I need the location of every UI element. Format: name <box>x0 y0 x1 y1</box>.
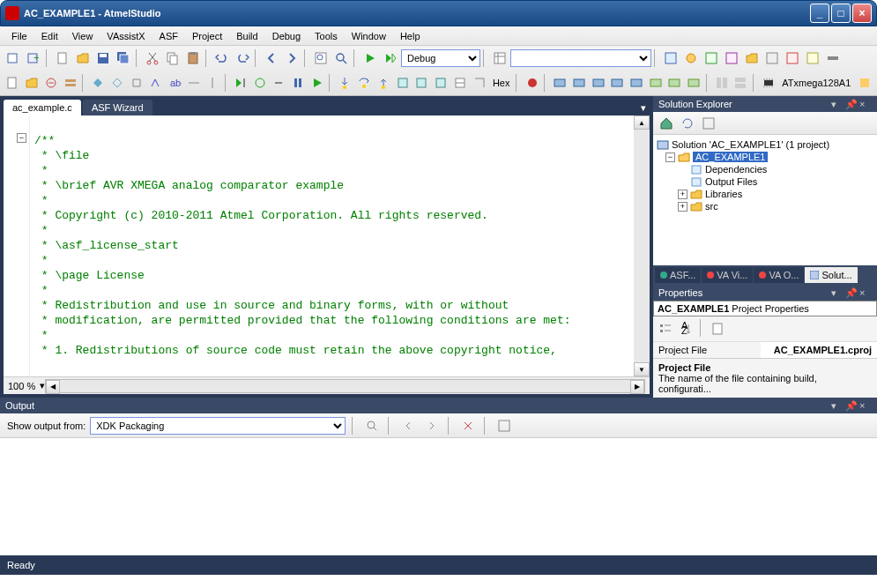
menu-edit[interactable]: Edit <box>34 28 65 44</box>
tb2-y2[interactable] <box>732 73 750 93</box>
config-dropdown[interactable]: Debug <box>401 49 480 67</box>
find-button[interactable] <box>331 48 351 68</box>
menu-project[interactable]: Project <box>185 28 229 44</box>
output-dropdown-icon[interactable]: ▾ <box>831 400 842 411</box>
tb2-a[interactable] <box>4 73 22 93</box>
find-in-files-button[interactable] <box>311 48 331 68</box>
tb2-x8[interactable] <box>685 73 703 93</box>
pause-button[interactable] <box>289 73 308 93</box>
property-row[interactable]: Project File AC_EXAMPLE1.cproj <box>653 341 877 358</box>
menu-view[interactable]: View <box>65 28 100 44</box>
step-into-button[interactable] <box>336 73 354 93</box>
tb2-x7[interactable] <box>665 73 684 93</box>
menu-asf[interactable]: ASF <box>152 28 185 44</box>
tb-btn-i[interactable] <box>823 48 843 68</box>
new-project-button[interactable] <box>4 48 23 68</box>
add-item-button[interactable]: + <box>24 48 43 68</box>
menu-tools[interactable]: Tools <box>308 28 345 44</box>
tree-solution-root[interactable]: Solution 'AC_EXAMPLE1' (1 project) <box>657 138 873 151</box>
prop-pages-button[interactable] <box>708 319 727 339</box>
output-prev-button[interactable] <box>398 416 418 435</box>
breakpoint-button[interactable] <box>523 73 541 93</box>
tab-ac-example[interactable]: ac_example.c <box>4 100 81 115</box>
nav-back-button[interactable] <box>262 48 281 68</box>
properties-combo[interactable]: AC_EXAMPLE1 Project Properties <box>653 301 877 316</box>
save-all-button[interactable] <box>114 48 133 68</box>
menu-file[interactable]: File <box>4 28 34 44</box>
menu-vassistx[interactable]: VAssistX <box>100 28 152 44</box>
cut-button[interactable] <box>143 48 162 68</box>
continue-button[interactable] <box>308 73 327 93</box>
editor-hscrollbar[interactable]: ◀ ▶ <box>45 379 645 393</box>
search-dropdown[interactable] <box>510 49 651 67</box>
tb2-v[interactable] <box>470 73 488 93</box>
tree-dependencies[interactable]: Dependencies <box>657 163 873 175</box>
nav-fwd-button[interactable] <box>282 48 301 68</box>
tb2-x4[interactable] <box>608 73 627 93</box>
tab-asf-wizard[interactable]: ASF Wizard <box>83 100 152 115</box>
tb2-k[interactable] <box>204 73 222 93</box>
tree-src-expander[interactable]: + <box>678 202 687 212</box>
tb2-e[interactable] <box>89 73 108 93</box>
tb2-z[interactable] <box>855 73 873 93</box>
menu-help[interactable]: Help <box>393 28 427 44</box>
scroll-down-button[interactable]: ▼ <box>634 362 650 376</box>
tb-btn-c[interactable] <box>702 48 721 68</box>
maximize-button[interactable]: □ <box>831 4 851 23</box>
properties-button[interactable] <box>490 48 509 68</box>
code-content[interactable]: /** * \file * * \brief AVR XMEGA analog … <box>30 115 634 376</box>
tb2-open[interactable] <box>23 73 41 93</box>
tb2-g[interactable] <box>127 73 145 93</box>
sol-tb-refresh[interactable] <box>678 114 697 133</box>
ptab-solution[interactable]: Solut... <box>805 267 857 283</box>
tb2-d[interactable] <box>61 73 79 93</box>
scroll-right-button[interactable]: ▶ <box>630 380 644 394</box>
tb2-x2[interactable] <box>569 73 588 93</box>
props-dropdown-icon[interactable]: ▾ <box>831 287 842 298</box>
output-source-dropdown[interactable]: XDK Packaging <box>90 417 346 435</box>
tb2-h[interactable] <box>146 73 165 93</box>
device-icon[interactable] <box>760 73 778 93</box>
menu-window[interactable]: Window <box>345 28 393 44</box>
tree-output-files[interactable]: Output Files <box>657 175 873 188</box>
tab-dropdown-button[interactable]: ▾ <box>634 100 653 115</box>
output-pin-icon[interactable]: 📌 <box>845 400 856 411</box>
run-to-cursor-button[interactable] <box>232 73 250 93</box>
ptab-va-view[interactable]: VA Vi... <box>702 267 753 283</box>
solution-dropdown-icon[interactable]: ▾ <box>831 99 842 109</box>
tb2-x3[interactable] <box>589 73 607 93</box>
close-button[interactable]: × <box>852 4 872 23</box>
output-clear-button[interactable] <box>458 416 478 435</box>
start-no-debug-button[interactable] <box>381 48 400 68</box>
scroll-left-button[interactable]: ◀ <box>46 380 60 394</box>
tree-libraries-expander[interactable]: + <box>678 190 687 199</box>
new-file-button[interactable] <box>53 48 72 68</box>
tb2-f[interactable] <box>108 73 126 93</box>
props-close-icon[interactable]: × <box>859 287 870 298</box>
scroll-up-button[interactable]: ▲ <box>634 115 650 130</box>
menu-build[interactable]: Build <box>229 28 264 44</box>
tb2-u[interactable] <box>450 73 469 93</box>
zoom-level[interactable]: 100 % <box>8 381 35 391</box>
tree-src[interactable]: + src <box>657 200 873 212</box>
tb-btn-e[interactable] <box>742 48 762 68</box>
tb2-s[interactable] <box>412 73 431 93</box>
tb2-r[interactable] <box>393 73 412 93</box>
paste-button[interactable] <box>183 48 203 68</box>
tb-btn-b[interactable] <box>681 48 701 68</box>
redo-button[interactable] <box>233 48 252 68</box>
tb2-t[interactable] <box>432 73 450 93</box>
solution-pin-icon[interactable]: 📌 <box>845 99 856 109</box>
tb2-j[interactable] <box>184 73 203 93</box>
prop-categorize-button[interactable] <box>656 319 675 339</box>
tb2-n[interactable] <box>270 73 288 93</box>
editor-vscrollbar[interactable]: ▲ ▼ <box>634 115 650 376</box>
tb2-x5[interactable] <box>628 73 646 93</box>
tb2-m[interactable] <box>250 73 269 93</box>
tb2-x1[interactable] <box>551 73 569 93</box>
step-over-button[interactable] <box>355 73 374 93</box>
ptab-asf[interactable]: ASF... <box>655 267 701 283</box>
tb-btn-h[interactable] <box>803 48 822 68</box>
copy-button[interactable] <box>163 48 182 68</box>
menu-debug[interactable]: Debug <box>265 28 308 44</box>
